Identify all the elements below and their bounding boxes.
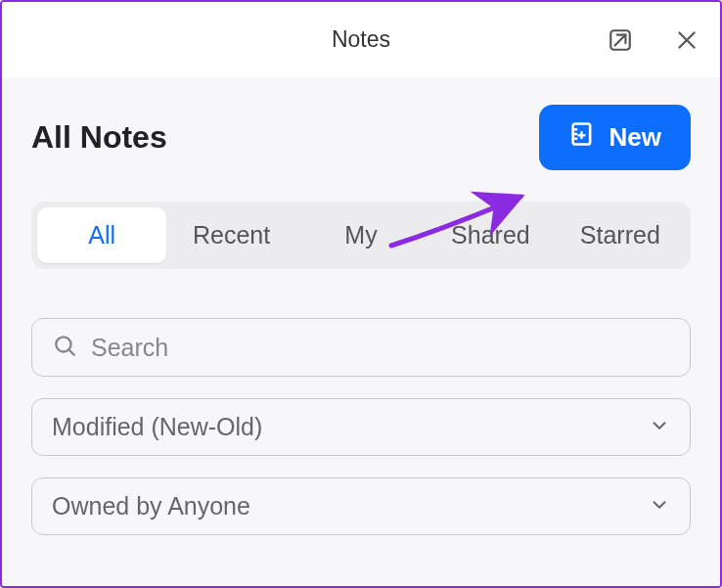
close-icon[interactable] [673, 26, 700, 54]
tab-all[interactable]: All [37, 207, 166, 263]
tab-recent-label: Recent [193, 221, 270, 249]
titlebar-actions [607, 26, 700, 54]
window-title: Notes [332, 26, 390, 53]
search-input[interactable] [91, 334, 670, 362]
tab-shared-label: Shared [451, 221, 530, 249]
open-external-icon[interactable] [607, 26, 634, 54]
tab-shared[interactable]: Shared [426, 207, 555, 263]
content-area: All Notes New All Recent My Shared Starr… [2, 77, 720, 588]
owner-dropdown[interactable]: Owned by Anyone [31, 477, 691, 535]
filter-tabs: All Recent My Shared Starred [31, 202, 691, 269]
chevron-down-icon [649, 415, 670, 440]
search-field[interactable] [31, 318, 691, 377]
titlebar: Notes [2, 2, 720, 77]
search-icon [52, 333, 77, 362]
tab-my[interactable]: My [296, 207, 426, 263]
owner-dropdown-value: Owned by Anyone [52, 492, 649, 520]
new-note-button[interactable]: New [539, 105, 691, 170]
page-title: All Notes [31, 119, 167, 156]
tab-all-label: All [88, 221, 115, 249]
chevron-down-icon [649, 494, 670, 520]
tab-recent[interactable]: Recent [166, 207, 295, 263]
new-note-label: New [609, 122, 661, 153]
tab-my-label: My [344, 221, 377, 249]
header-row: All Notes New [31, 105, 691, 170]
tab-starred[interactable]: Starred [556, 207, 685, 263]
tab-starred-label: Starred [580, 221, 660, 249]
sort-dropdown[interactable]: Modified (New-Old) [31, 398, 691, 456]
new-note-icon [568, 120, 596, 155]
sort-dropdown-value: Modified (New-Old) [52, 413, 649, 441]
